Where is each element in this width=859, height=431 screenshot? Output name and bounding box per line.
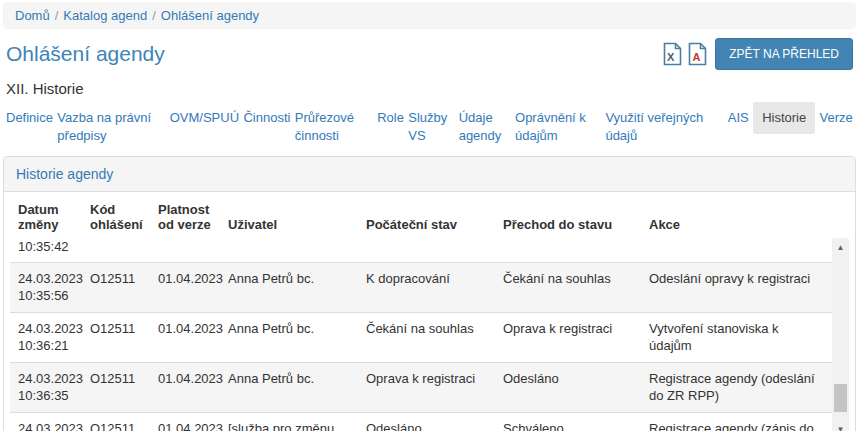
tab-vazba-na-pravni-predpisy[interactable]: Vazba na právní předpisy [57,109,165,144]
history-table: Datum změny Kód ohlášení Platnost od ver… [4,192,855,431]
cell-akce: Odeslání opravy k registraci [641,262,832,312]
col-header-uzivatel: Uživatel [220,194,358,238]
page-header: Ohlášení agendy X A ZPĚT NA PŘEHLED [0,29,859,70]
svg-text:A: A [693,51,701,63]
export-pdf-button[interactable]: A [685,41,710,67]
tab-verze[interactable]: Verze [820,109,853,127]
cell-pocatecni-stav: Čekání na souhlas [358,312,495,362]
col-header-pocatecni-stav: Počáteční stav [358,194,495,238]
tab-udaje-agendy[interactable]: Údaje agendy [459,109,511,144]
cell-datum: 24.03.202310:35:56 [10,262,82,312]
export-excel-button[interactable]: X [660,41,685,67]
back-to-overview-button[interactable]: ZPĚT NA PŘEHLED [715,38,853,70]
scroll-down-icon[interactable]: ▼ [832,422,849,431]
tab-vyuziti-verejnych-udaju[interactable]: Využití veřejných údajů [605,109,723,144]
svg-text:X: X [667,51,675,63]
history-panel: Historie agendy Datum změny Kód ohlášení… [3,156,856,431]
cell-platnost: 01.04.2023 [150,412,220,431]
tab-ovm-spuu[interactable]: OVM/SPUÚ [170,109,239,127]
cell-prechod: Odesláno [495,362,641,412]
tab-ais[interactable]: AIS [728,109,749,127]
table-row: 24.03.202310:39:17 O12511 01.04.2023 [sl… [10,412,832,431]
cell-akce: Registrace agendy (zápis do ZR RPP) [641,412,832,431]
cell-uzivatel: Anna Petrů bc. [220,312,358,362]
excel-file-icon: X [662,42,683,66]
table-row-clipped: 10:35:42 [10,238,832,262]
cell-platnost: 01.04.2023 [150,312,220,362]
table-row: 24.03.202310:35:56 O12511 01.04.2023 Ann… [10,262,832,312]
cell-platnost: 01.04.2023 [150,262,220,312]
cell-akce: Vytvoření stanoviska k údajům [641,312,832,362]
table-header: Datum změny Kód ohlášení Platnost od ver… [10,194,849,238]
col-header-prechod-do-stavu: Přechod do stavu [495,194,641,238]
col-header-platnost-od-verze: Platnost od verze [150,194,220,238]
scrollbar-thumb[interactable] [834,384,847,412]
tab-historie[interactable]: Historie [753,102,815,134]
cell-time-clipped: 10:35:42 [10,238,82,262]
tab-prurezove-cinnosti[interactable]: Průřezové činnosti [295,109,373,144]
cell-platnost: 01.04.2023 [150,362,220,412]
tab-cinnosti[interactable]: Činnosti [243,109,290,127]
cell-pocatecni-stav: Oprava k registraci [358,362,495,412]
cell-uzivatel: Anna Petrů bc. [220,262,358,312]
cell-kod: O12511 [82,362,150,412]
table-row: 24.03.202310:36:21 O12511 01.04.2023 Ann… [10,312,832,362]
page-title: Ohlášení agendy [6,42,165,66]
scroll-up-icon[interactable]: ▲ [832,240,849,256]
tab-role[interactable]: Role [377,109,404,127]
cell-uzivatel: [služba pro změnu agendy] [220,412,358,431]
breadcrumb-separator: / [152,8,156,23]
breadcrumb-home-link[interactable]: Domů [15,8,50,23]
tab-bar: Definice Vazba na právní předpisy OVM/SP… [0,99,859,150]
cell-akce: Registrace agendy (odeslání do ZR RPP) [641,362,832,412]
table-body: 10:35:42 24.03.202310:35:56 O12511 01.04… [10,238,832,431]
cell-datum: 24.03.202310:36:35 [10,362,82,412]
pdf-file-icon: A [687,42,708,66]
tab-sluzby-vs[interactable]: Služby VS [408,109,454,144]
table-scroll-area[interactable]: 10:35:42 24.03.202310:35:56 O12511 01.04… [10,238,849,431]
col-header-akce: Akce [641,194,849,238]
col-header-kod-ohlaseni: Kód ohlášení [82,194,150,238]
cell-prechod: Schváleno [495,412,641,431]
cell-kod: O12511 [82,412,150,431]
panel-heading: Historie agendy [4,157,855,192]
col-header-datum-zmeny: Datum změny [10,194,82,238]
toolbar: X A ZPĚT NA PŘEHLED [660,38,853,70]
section-title: XII. Historie [0,70,859,99]
cell-prechod: Oprava k registraci [495,312,641,362]
cell-kod: O12511 [82,312,150,362]
breadcrumb: Domů/Katalog agend/Ohlášení agendy [3,2,856,29]
cell-prechod: Čekání na souhlas [495,262,641,312]
breadcrumb-katalog-link[interactable]: Katalog agend [63,8,147,23]
cell-uzivatel: Anna Petrů bc. [220,362,358,412]
breadcrumb-separator: / [55,8,59,23]
cell-kod: O12511 [82,262,150,312]
cell-pocatecni-stav: K dopracování [358,262,495,312]
tab-definice[interactable]: Definice [6,109,53,127]
table-row: 24.03.202310:36:35 O12511 01.04.2023 Ann… [10,362,832,412]
cell-pocatecni-stav: Odesláno [358,412,495,431]
tab-opravneni-k-udajum[interactable]: Oprávnění k údajům [515,109,601,144]
cell-datum: 24.03.202310:36:21 [10,312,82,362]
vertical-scrollbar[interactable]: ▲ ▼ [832,238,849,431]
breadcrumb-current-link[interactable]: Ohlášení agendy [161,8,259,23]
cell-datum: 24.03.202310:39:17 [10,412,82,431]
